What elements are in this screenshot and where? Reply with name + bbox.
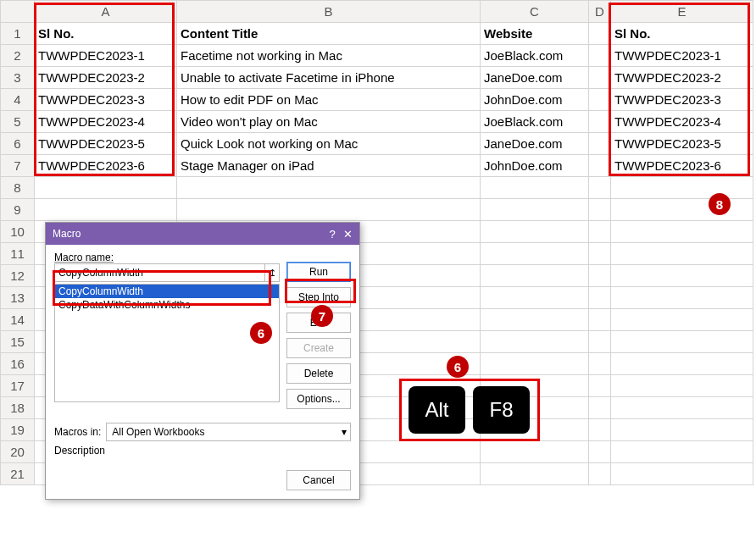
row-header[interactable]: 16 <box>1 353 35 375</box>
column-header[interactable]: D <box>589 1 611 23</box>
cell[interactable]: JoeBlack.com <box>481 111 589 133</box>
cell[interactable]: Quick Look not working on Mac <box>177 133 481 155</box>
row-header[interactable]: 20 <box>1 441 35 463</box>
cell[interactable] <box>481 463 589 485</box>
cell[interactable]: Video won't play on Mac <box>177 111 481 133</box>
row-header[interactable]: 14 <box>1 309 35 331</box>
cell[interactable] <box>481 353 589 375</box>
cell[interactable] <box>611 309 753 331</box>
row-header[interactable]: 6 <box>1 133 35 155</box>
cell[interactable]: Stage Manager on iPad <box>177 155 481 177</box>
cell[interactable] <box>611 331 753 353</box>
macro-list[interactable]: CopyColumnWidthCopyDataWithColumnWidths <box>54 284 280 402</box>
row-header[interactable]: 9 <box>1 199 35 221</box>
cell[interactable]: TWWPDEC2023-5 <box>611 133 753 155</box>
cell[interactable]: JaneDoe.com <box>481 67 589 89</box>
cell[interactable] <box>589 67 611 89</box>
cell[interactable] <box>481 331 589 353</box>
cell[interactable]: JohnDoe.com <box>481 89 589 111</box>
cell[interactable]: Sl No. <box>611 23 753 45</box>
row-header[interactable]: 1 <box>1 23 35 45</box>
cell[interactable] <box>611 419 753 441</box>
cell[interactable] <box>611 265 753 287</box>
cell[interactable] <box>589 463 611 485</box>
cell[interactable]: TWWPDEC2023-3 <box>611 89 753 111</box>
row-header[interactable]: 17 <box>1 375 35 397</box>
cell[interactable]: TWWPDEC2023-2 <box>611 67 753 89</box>
cell[interactable]: Content Title <box>177 23 481 45</box>
row-header[interactable]: 4 <box>1 89 35 111</box>
cell[interactable] <box>481 243 589 265</box>
cell[interactable] <box>589 177 611 199</box>
cell[interactable] <box>589 221 611 243</box>
delete-button[interactable]: Delete <box>286 363 351 384</box>
cell[interactable] <box>589 375 611 397</box>
run-button[interactable]: Run <box>286 262 351 282</box>
cell[interactable]: Sl No. <box>35 23 177 45</box>
cell[interactable] <box>589 309 611 331</box>
cell[interactable] <box>589 397 611 419</box>
macros-in-select[interactable]: All Open Workbooks ▾ <box>106 423 351 441</box>
cell[interactable]: TWWPDEC2023-1 <box>611 45 753 67</box>
column-header[interactable] <box>1 1 35 23</box>
row-header[interactable]: 3 <box>1 67 35 89</box>
cell[interactable] <box>589 89 611 111</box>
cell[interactable]: Facetime not working in Mac <box>177 45 481 67</box>
cell[interactable] <box>589 287 611 309</box>
cancel-button[interactable]: Cancel <box>286 470 351 490</box>
cell[interactable] <box>481 199 589 221</box>
cell[interactable] <box>611 375 753 397</box>
cell[interactable] <box>611 199 753 221</box>
cell[interactable]: TWWPDEC2023-4 <box>35 111 177 133</box>
column-header[interactable]: A <box>35 1 177 23</box>
cell[interactable] <box>481 309 589 331</box>
row-header[interactable]: 12 <box>1 265 35 287</box>
cell[interactable] <box>589 155 611 177</box>
cell[interactable] <box>611 353 753 375</box>
cell[interactable]: TWWPDEC2023-4 <box>611 111 753 133</box>
cell[interactable] <box>481 441 589 463</box>
column-header[interactable]: C <box>481 1 589 23</box>
cell[interactable]: TWWPDEC2023-5 <box>35 133 177 155</box>
macro-list-item[interactable]: CopyColumnWidth <box>55 285 279 298</box>
cell[interactable]: TWWPDEC2023-3 <box>35 89 177 111</box>
cell[interactable]: TWWPDEC2023-1 <box>35 45 177 67</box>
cell[interactable] <box>35 199 177 221</box>
row-header[interactable]: 2 <box>1 45 35 67</box>
macro-name-input[interactable] <box>54 263 280 282</box>
help-icon[interactable]: ? <box>329 228 335 241</box>
cell[interactable] <box>481 221 589 243</box>
close-icon[interactable]: ✕ <box>343 228 353 241</box>
cell[interactable] <box>611 221 753 243</box>
row-header[interactable]: 11 <box>1 243 35 265</box>
cell[interactable] <box>611 397 753 419</box>
cell[interactable] <box>589 111 611 133</box>
cell[interactable]: How to edit PDF on Mac <box>177 89 481 111</box>
column-header[interactable]: B <box>177 1 481 23</box>
row-header[interactable]: 10 <box>1 221 35 243</box>
cell[interactable] <box>589 23 611 45</box>
cell[interactable]: JaneDoe.com <box>481 133 589 155</box>
cell[interactable] <box>177 177 481 199</box>
cell[interactable] <box>589 331 611 353</box>
cell[interactable] <box>589 353 611 375</box>
cell[interactable] <box>589 441 611 463</box>
cell[interactable]: Unable to activate Facetime in iPhone <box>177 67 481 89</box>
cell[interactable] <box>589 133 611 155</box>
cell[interactable]: JoeBlack.com <box>481 45 589 67</box>
cell[interactable] <box>589 45 611 67</box>
cell[interactable] <box>481 265 589 287</box>
cell[interactable] <box>589 199 611 221</box>
row-header[interactable]: 8 <box>1 177 35 199</box>
row-header[interactable]: 5 <box>1 111 35 133</box>
row-header[interactable]: 18 <box>1 397 35 419</box>
cell[interactable] <box>589 265 611 287</box>
reference-icon[interactable]: ↥ <box>264 263 280 282</box>
cell[interactable] <box>481 287 589 309</box>
column-header[interactable]: E <box>611 1 753 23</box>
cell[interactable]: Website <box>481 23 589 45</box>
cell[interactable]: JohnDoe.com <box>481 155 589 177</box>
cell[interactable] <box>481 177 589 199</box>
cell[interactable] <box>611 287 753 309</box>
cell[interactable]: TWWPDEC2023-6 <box>35 155 177 177</box>
